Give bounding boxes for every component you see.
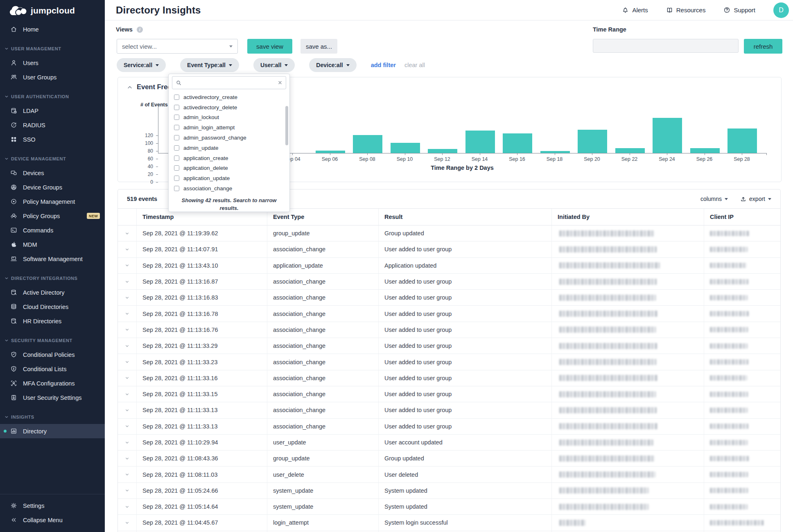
table-row[interactable]: Sep 28, 2021 @ 11:13:43.10application_up… [118, 258, 780, 274]
checkbox-icon[interactable] [174, 135, 179, 140]
table-row[interactable]: Sep 28, 2021 @ 11:13:16.78association_ch… [118, 306, 780, 322]
sidebar-item-devices[interactable]: Devices [0, 166, 105, 180]
row-expand-chevron-icon[interactable] [118, 306, 136, 321]
refresh-button[interactable]: refresh [744, 39, 782, 54]
checkbox-icon[interactable] [174, 186, 179, 191]
table-row[interactable]: Sep 28, 2021 @ 11:10:29.94user_updateUse… [118, 435, 780, 451]
event-type-option-activedirectory-delete[interactable]: activedirectory_delete [174, 102, 289, 113]
row-expand-chevron-icon[interactable] [118, 354, 136, 370]
select-view-dropdown[interactable]: select view... [117, 39, 238, 54]
table-row[interactable]: Sep 28, 2021 @ 11:05:24.66system_updateS… [118, 483, 780, 499]
sidebar-item-conditional-lists[interactable]: Conditional Lists [0, 362, 105, 376]
sidebar-item-cloud-directories[interactable]: Cloud Directories [0, 300, 105, 314]
event-type-option-application-delete[interactable]: application_delete [174, 163, 289, 174]
sidebar-item-ldap[interactable]: LDAP [0, 104, 105, 118]
checkbox-icon[interactable] [174, 125, 179, 130]
sidebar-item-mfa-configurations[interactable]: MFA Configurations [0, 376, 105, 390]
event-type-option-admin-login-attempt[interactable]: admin_login_attempt [174, 122, 289, 133]
chart-bar-sep-20[interactable] [578, 130, 607, 153]
table-row[interactable]: Sep 28, 2021 @ 11:14:07.91association_ch… [118, 241, 780, 257]
row-expand-chevron-icon[interactable] [118, 483, 136, 498]
table-row[interactable]: Sep 28, 2021 @ 11:11:33.13association_ch… [118, 419, 780, 435]
chart-bar-sep-06[interactable] [316, 151, 345, 153]
sidebar-section-device-management[interactable]: DEVICE MANAGEMENT [0, 151, 105, 166]
table-row[interactable]: Sep 28, 2021 @ 11:19:39.62group_updateGr… [118, 225, 780, 241]
sidebar-item-policy-groups[interactable]: Policy GroupsNEW [0, 209, 105, 223]
row-expand-chevron-icon[interactable] [118, 467, 136, 482]
row-expand-chevron-icon[interactable] [118, 435, 136, 450]
sidebar-item-hr-directories[interactable]: HR Directories [0, 314, 105, 328]
column-header-client-ip[interactable]: Client IP [704, 209, 780, 225]
event-type-option-application-update[interactable]: application_update [174, 173, 289, 183]
checkbox-icon[interactable] [174, 105, 179, 110]
chart-bar-sep-12[interactable] [428, 149, 457, 153]
sidebar-section-directory-integrations[interactable]: DIRECTORY INTEGRATIONS [0, 271, 105, 285]
sidebar-item-radius[interactable]: RADIUS [0, 118, 105, 132]
sidebar-section-security-management[interactable]: SECURITY MANAGEMENT [0, 333, 105, 347]
sidebar-item-conditional-policies[interactable]: Conditional Policies [0, 347, 105, 362]
sidebar-item-commands[interactable]: Commands [0, 223, 105, 237]
search-input[interactable] [184, 79, 275, 86]
row-expand-chevron-icon[interactable] [118, 402, 136, 418]
table-row[interactable]: Sep 28, 2021 @ 11:08:11.03user_deleteUse… [118, 467, 780, 482]
dropdown-scrollbar[interactable] [285, 106, 288, 145]
columns-button[interactable]: columns [700, 196, 728, 202]
sidebar-item-mdm[interactable]: MDM [0, 237, 105, 252]
sidebar-item-home[interactable]: Home [0, 22, 105, 36]
save-view-button[interactable]: save view [247, 39, 292, 54]
row-expand-chevron-icon[interactable] [118, 338, 136, 354]
sidebar-item-device-groups[interactable]: Device Groups [0, 180, 105, 194]
row-expand-chevron-icon[interactable] [118, 241, 136, 257]
sidebar-section-user-management[interactable]: USER MANAGEMENT [0, 41, 105, 56]
table-row[interactable]: Sep 28, 2021 @ 11:11:33.16association_ch… [118, 370, 780, 386]
row-expand-chevron-icon[interactable] [118, 258, 136, 273]
chart-bar-sep-08[interactable] [353, 135, 382, 153]
event-type-option-application-create[interactable]: application_create [174, 153, 289, 163]
nav-support[interactable]: Support [723, 7, 755, 14]
sidebar-item-user-groups[interactable]: User Groups [0, 70, 105, 84]
table-row[interactable]: Sep 28, 2021 @ 11:08:43.36group_updateGr… [118, 451, 780, 467]
event-type-option-admin-lockout[interactable]: admin_lockout [174, 113, 289, 123]
row-expand-chevron-icon[interactable] [118, 322, 136, 338]
row-expand-chevron-icon[interactable] [118, 515, 136, 530]
table-row[interactable]: Sep 28, 2021 @ 11:13:16.87association_ch… [118, 274, 780, 290]
checkbox-icon[interactable] [174, 115, 179, 120]
event-type-option-admin-update[interactable]: admin_update [174, 143, 289, 153]
chart-bar-sep-28[interactable] [727, 128, 757, 153]
filter-pill-event-type[interactable]: Event Type:all [180, 58, 239, 72]
table-row[interactable]: Sep 28, 2021 @ 11:05:14.64system_updateS… [118, 499, 780, 515]
chart-bar-sep-22[interactable] [615, 148, 645, 153]
save-as-button[interactable]: save as... [300, 39, 337, 54]
row-expand-chevron-icon[interactable] [118, 274, 136, 289]
chart-bar-sep-24[interactable] [653, 118, 682, 153]
row-expand-chevron-icon[interactable] [118, 290, 136, 305]
user-avatar[interactable]: D [773, 2, 789, 18]
row-expand-chevron-icon[interactable] [118, 419, 136, 434]
clear-search-icon[interactable] [278, 80, 282, 85]
table-row[interactable]: Sep 28, 2021 @ 11:11:33.29association_ch… [118, 338, 780, 354]
column-header-result[interactable]: Result [378, 209, 551, 225]
sidebar-item-active-directory[interactable]: Active Directory [0, 285, 105, 300]
table-row[interactable]: Sep 28, 2021 @ 11:11:33.15association_ch… [118, 386, 780, 402]
sidebar-section-insights[interactable]: INSIGHTS [0, 410, 105, 424]
checkbox-icon[interactable] [174, 156, 179, 161]
event-type-option-activedirectory-create[interactable]: activedirectory_create [174, 92, 289, 102]
sidebar-item-users[interactable]: Users [0, 56, 105, 70]
chart-bar-sep-16[interactable] [503, 133, 532, 153]
sidebar-item-software-management[interactable]: Software Management [0, 252, 105, 266]
jumpcloud-logo[interactable]: jumpcloud [0, 0, 105, 20]
row-expand-chevron-icon[interactable] [118, 370, 136, 386]
sidebar-item-settings[interactable]: Settings [0, 498, 105, 513]
clear-all-link[interactable]: clear all [404, 62, 425, 68]
sidebar-item-policy-management[interactable]: Policy Management [0, 194, 105, 209]
views-info-icon[interactable]: i [137, 27, 143, 33]
table-row[interactable]: Sep 28, 2021 @ 11:13:16.83association_ch… [118, 290, 780, 306]
row-expand-chevron-icon[interactable] [118, 386, 136, 402]
row-expand-chevron-icon[interactable] [118, 451, 136, 466]
chart-bar-sep-10[interactable] [391, 143, 420, 153]
collapse-chart-icon[interactable] [127, 84, 133, 90]
chart-bar-sep-18[interactable] [540, 151, 570, 153]
checkbox-icon[interactable] [174, 176, 179, 181]
sidebar-section-user-authentication[interactable]: USER AUTHENTICATION [0, 89, 105, 104]
row-expand-chevron-icon[interactable] [118, 499, 136, 514]
